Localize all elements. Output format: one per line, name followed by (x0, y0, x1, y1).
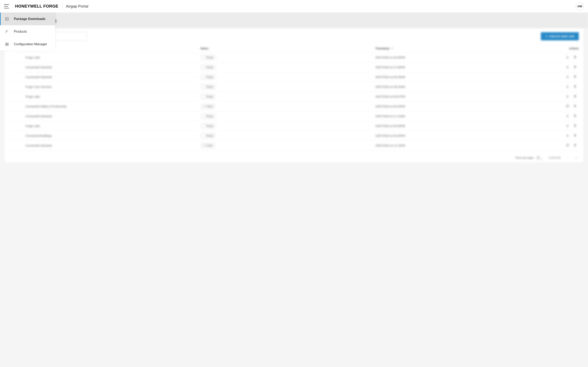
sidebar-item-configuration-manager[interactable]: Configuration Manager (0, 38, 55, 50)
status-badge: Ready (200, 55, 216, 60)
rows-per-page-label: Rows per page: (516, 156, 534, 159)
sidebar-item-label: Products (14, 30, 27, 33)
delete-icon[interactable] (573, 143, 577, 148)
cell-product: Connected Industrial (26, 75, 200, 79)
table-row: Forge LabsReady25/07/2024 at 04:50PM (9, 53, 579, 62)
cell-timestamp: 25/07/2024 at 12:56PM (375, 66, 550, 69)
brand-divider (62, 4, 62, 9)
cell-product: Connected Industrial (26, 144, 200, 147)
gear-box-icon (5, 42, 9, 46)
table-row: Connected IndustrialFailed23/07/2024 at … (9, 141, 579, 150)
sidebar: Package Downloads Products Configuration… (0, 13, 55, 50)
cell-timestamp: 24/07/2024 at 06:37PM (375, 95, 550, 98)
table-row: Connected Safety & ProductivityFailed24/… (9, 101, 579, 111)
background-content: Package Downloals + CREATE NEW JOB Produ… (0, 13, 588, 367)
table-row: Forge LabsReady24/07/2024 at 06:37PM (9, 92, 579, 101)
download-icon[interactable] (566, 75, 569, 79)
prev-page-icon[interactable] (566, 156, 569, 159)
svg-point-7 (7, 31, 7, 32)
retry-icon[interactable] (566, 104, 569, 108)
cell-timestamp: 24/07/2024 at 03:25PM (375, 105, 550, 108)
download-icon[interactable] (566, 55, 569, 59)
col-status: Status (200, 47, 375, 50)
svg-point-3 (6, 30, 6, 31)
download-icon[interactable] (566, 95, 569, 99)
table-row: Connected IndustrialReady25/07/2024 at 0… (9, 72, 579, 82)
svg-rect-9 (6, 43, 8, 46)
app-title: Airgap Portal (66, 4, 88, 8)
cell-timestamp: 25/07/2024 at 04:50PM (375, 56, 550, 59)
menu-icon[interactable] (4, 4, 9, 8)
next-page-icon[interactable] (575, 156, 578, 159)
delete-icon[interactable] (573, 75, 577, 79)
cell-product: Connected Buildings (26, 134, 200, 137)
rows-per-page-select[interactable]: 10 (536, 156, 543, 159)
cell-product: Forge Labs (26, 124, 200, 128)
col-actions: Actions (550, 47, 579, 50)
cell-timestamp: 23/07/2024 at 05:09PM (375, 124, 550, 128)
table-header: Product Status Timestamp Actions (9, 44, 579, 53)
delete-icon[interactable] (573, 124, 577, 128)
status-badge: Ready (200, 65, 216, 69)
svg-point-5 (8, 30, 8, 31)
cell-timestamp: 25/07/2024 at 08:25AM (375, 85, 550, 89)
caret-down-icon (540, 156, 542, 158)
sidebar-item-package-downloads[interactable]: Package Downloads (0, 13, 55, 25)
download-box-icon (5, 17, 9, 21)
create-button-label: CREATE NEW JOB (549, 35, 574, 38)
status-badge: Ready (200, 124, 216, 128)
delete-icon[interactable] (573, 95, 577, 99)
cell-product: Connected Industrial (26, 66, 200, 69)
cell-timestamp: 25/07/2024 at 09:29AM (375, 75, 550, 79)
download-icon[interactable] (566, 124, 569, 128)
top-bar: HONEYWELL FORGE Airgap Portal HW (0, 0, 588, 13)
download-icon[interactable] (566, 85, 569, 89)
status-badge: Ready (200, 94, 216, 99)
cell-timestamp: 23/07/2024 at 02:45PM (375, 134, 550, 137)
status-badge: Ready (200, 133, 216, 138)
table-row: Forge Core ServicesReady25/07/2024 at 08… (9, 82, 579, 92)
table-row: Connected BuildingsReady23/07/2024 at 02… (9, 131, 579, 141)
brand-logo: HONEYWELL FORGE (15, 4, 58, 8)
delete-icon[interactable] (573, 134, 577, 138)
delete-icon[interactable] (573, 104, 577, 108)
download-icon[interactable] (566, 65, 569, 69)
svg-point-6 (6, 31, 6, 32)
cell-timestamp: 24/07/2024 at 11:15AM (375, 115, 550, 118)
pagination-range: 1-10 of 24 (548, 156, 561, 159)
avatar[interactable]: HW (576, 2, 584, 10)
cell-timestamp: 23/07/2024 at 12:13PM (375, 144, 550, 147)
table-row: Connected IndustrialReady24/07/2024 at 1… (9, 111, 579, 121)
svg-point-10 (7, 44, 8, 45)
delete-icon[interactable] (573, 85, 577, 89)
download-icon[interactable] (566, 114, 569, 118)
svg-point-8 (6, 32, 6, 33)
retry-icon[interactable] (566, 143, 569, 148)
status-badge: Ready (200, 114, 216, 118)
col-timestamp[interactable]: Timestamp (375, 47, 550, 50)
sidebar-item-label: Configuration Manager (14, 42, 47, 46)
delete-icon[interactable] (573, 65, 577, 69)
status-badge: Failed (200, 143, 216, 148)
sidebar-item-label: Package Downloads (14, 17, 45, 21)
cell-product: Connected Safety & Productivity (26, 105, 200, 108)
svg-point-4 (7, 30, 7, 31)
sidebar-item-products[interactable]: Products (0, 25, 55, 38)
cell-product: Connected Industrial (26, 115, 200, 118)
status-badge: Ready (200, 75, 216, 79)
arrow-up-icon (390, 47, 393, 50)
cell-product: Forge Core Services (26, 85, 200, 89)
page-title: Package Downloals (7, 17, 581, 24)
plus-icon: + (545, 35, 547, 38)
delete-icon[interactable] (573, 55, 577, 59)
status-badge: Ready (200, 85, 216, 89)
grid-icon (5, 30, 9, 34)
table-row: Connected IndustrialReady25/07/2024 at 1… (9, 62, 579, 72)
delete-icon[interactable] (573, 114, 577, 118)
status-badge: Failed (200, 104, 216, 109)
cell-product: Forge Labs (26, 56, 200, 59)
download-icon[interactable] (566, 134, 569, 138)
table-row: Forge LabsReady23/07/2024 at 05:09PM (9, 121, 579, 131)
create-new-job-button[interactable]: + CREATE NEW JOB (541, 32, 579, 40)
cell-product: Forge Labs (26, 95, 200, 98)
